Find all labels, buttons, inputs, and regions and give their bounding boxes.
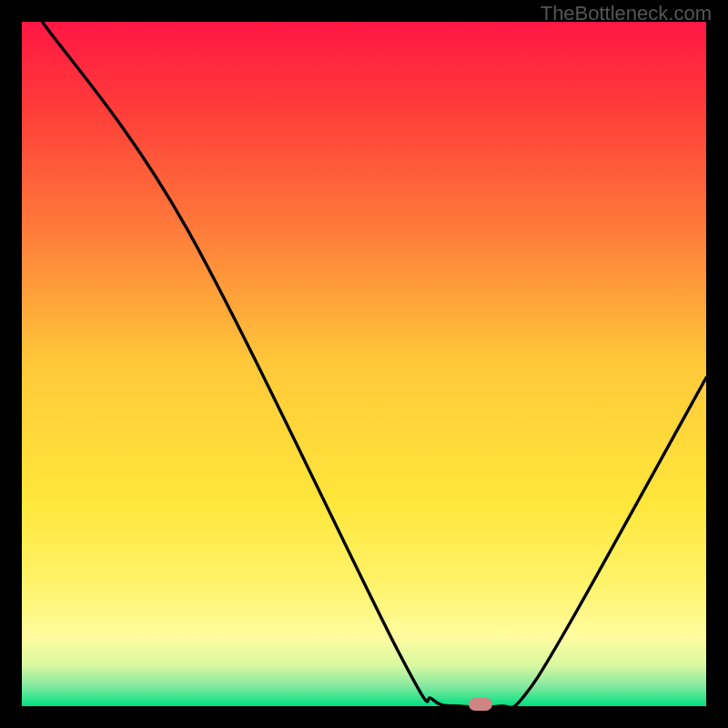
watermark-text: TheBottleneck.com [541, 2, 712, 25]
plot-area [22, 22, 706, 706]
optimal-marker [469, 698, 492, 711]
bottleneck-curve [22, 22, 706, 706]
